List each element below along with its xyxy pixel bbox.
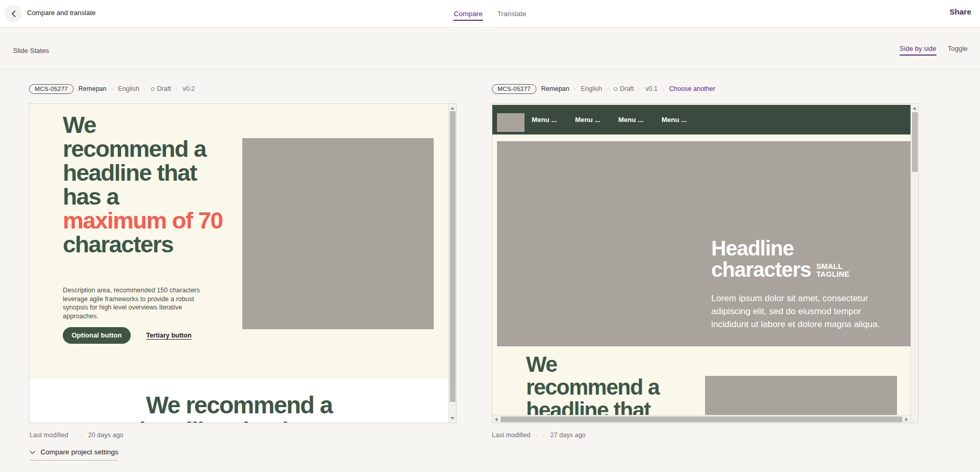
left-slide-meta: MCS-05277 Remepan · English · Draft · v0… bbox=[29, 83, 195, 95]
left-last-modified: Last modified · · 20 days ago bbox=[30, 431, 123, 439]
scroll-down-arrow-icon[interactable] bbox=[450, 417, 454, 420]
logo-placeholder bbox=[497, 113, 524, 132]
right-slide-hero-text: Headline charactersSMALLTAGLINE Lorem ip… bbox=[711, 238, 890, 331]
hero-tagline: SMALLTAGLINE bbox=[816, 263, 849, 278]
separator-dot: · bbox=[176, 85, 178, 92]
right-product-name: Remepan bbox=[541, 85, 569, 92]
left-slide-image-placeholder bbox=[242, 138, 434, 329]
right-slide-menu: Menu ... Menu ... Menu ... Menu ... bbox=[532, 105, 687, 134]
separator-dot: · bbox=[144, 85, 146, 92]
compare-settings-label: Compare project settings bbox=[40, 448, 118, 456]
next-headline-line3: headline that bbox=[526, 399, 687, 416]
headline-green-text-2: characters bbox=[63, 231, 173, 258]
menu-item[interactable]: Menu ... bbox=[661, 116, 686, 124]
separator-dot: · bbox=[574, 85, 576, 92]
headline-green-text: We recommend a headline that has a bbox=[63, 112, 206, 210]
separator-dot: · bbox=[662, 85, 665, 92]
right-version: v0.1 bbox=[645, 85, 658, 92]
scroll-right-arrow-icon[interactable] bbox=[905, 417, 908, 422]
scroll-up-arrow-icon[interactable] bbox=[450, 107, 454, 110]
separator-dot: · bbox=[639, 85, 641, 92]
next-headline-line1: We recommend a bbox=[30, 392, 449, 418]
left-status-label: Draft bbox=[157, 85, 171, 92]
draft-status-icon bbox=[151, 87, 155, 91]
left-status: Draft bbox=[151, 85, 171, 92]
left-slide-buttons: Optional button Tertiary button bbox=[63, 327, 191, 344]
share-button[interactable]: Share bbox=[949, 7, 971, 16]
right-slide-next-headline: We recommend a headline that bbox=[526, 353, 687, 416]
next-headline-line1: We bbox=[526, 353, 687, 376]
header-tabs: Compare Translate bbox=[0, 0, 980, 28]
last-modified-label: Last modified bbox=[492, 431, 530, 439]
right-slide-meta: MCS-05277 Remepan · English · Draft · v0… bbox=[492, 83, 715, 95]
right-slide-hero-image: Headline charactersSMALLTAGLINE Lorem ip… bbox=[497, 141, 912, 346]
separator-dot: · bbox=[73, 431, 75, 439]
right-last-modified: Last modified · · 27 days ago bbox=[492, 431, 586, 439]
right-slide-preview: Menu ... Menu ... Menu ... Menu ... Head… bbox=[492, 103, 919, 423]
right-hero-headline: Headline charactersSMALLTAGLINE bbox=[711, 238, 890, 280]
right-slide-navbar: Menu ... Menu ... Menu ... Menu ... bbox=[492, 105, 912, 134]
left-slide-next-headline: We recommend a headline that has a bbox=[30, 392, 449, 423]
view-mode-switch: Side by side Toggle bbox=[900, 45, 968, 56]
left-id-badge: MCS-05277 bbox=[29, 84, 74, 94]
hero-tagline-line2: TAGLINE bbox=[816, 270, 849, 278]
left-slide-hero-section: We recommend a headline that has a maxim… bbox=[30, 104, 449, 379]
right-slide-next-section: We recommend a headline that bbox=[492, 346, 912, 416]
separator-dot: · bbox=[535, 431, 537, 439]
choose-another-link[interactable]: Choose another bbox=[669, 85, 715, 92]
hero-headline-line1: Headline bbox=[711, 238, 890, 259]
left-slide-headline: We recommend a headline that has a maxim… bbox=[63, 113, 227, 257]
hero-tagline-line1: SMALL bbox=[816, 262, 843, 271]
toolbar: Slide States Side by side Toggle bbox=[0, 28, 980, 70]
right-language: English bbox=[581, 85, 602, 92]
view-mode-toggle[interactable]: Toggle bbox=[948, 45, 968, 56]
left-slide-description: Description area, recommended 150 charac… bbox=[63, 286, 207, 320]
left-slide-preview: We recommend a headline that has a maxim… bbox=[29, 103, 457, 423]
left-language: English bbox=[118, 85, 139, 92]
hero-headline-line2: characters bbox=[711, 258, 811, 281]
optional-button[interactable]: Optional button bbox=[63, 327, 131, 344]
right-hero-body: Lorem ipsum dolor sit amet, consectetur … bbox=[711, 292, 890, 331]
chevron-down-icon bbox=[30, 447, 35, 456]
next-headline-line2: recommend a bbox=[526, 376, 687, 399]
view-mode-side-by-side[interactable]: Side by side bbox=[900, 45, 936, 56]
right-hscroll-thumb[interactable] bbox=[501, 416, 902, 422]
headline-red-text: maximum of 70 bbox=[63, 207, 223, 234]
tab-compare[interactable]: Compare bbox=[453, 7, 484, 21]
hero-headline-line2-wrap: charactersSMALLTAGLINE bbox=[711, 259, 890, 280]
right-scroll-thumb[interactable] bbox=[912, 112, 918, 172]
left-product-name: Remepan bbox=[78, 85, 106, 92]
right-status: Draft bbox=[614, 85, 634, 92]
left-scroll-thumb[interactable] bbox=[450, 111, 456, 402]
menu-item[interactable]: Menu ... bbox=[618, 116, 643, 124]
next-headline-line2: headline that has a bbox=[30, 418, 449, 423]
compare-project-settings-toggle[interactable]: Compare project settings bbox=[30, 447, 118, 461]
left-version: v0.2 bbox=[183, 85, 195, 92]
toolbar-title: Slide States bbox=[13, 47, 49, 55]
separator-dot: · bbox=[606, 85, 609, 92]
right-slide-image-placeholder bbox=[705, 376, 897, 416]
menu-item[interactable]: Menu ... bbox=[575, 116, 600, 124]
last-modified-value: 27 days ago bbox=[550, 431, 586, 439]
last-modified-label: Last modified bbox=[30, 431, 68, 439]
right-id-badge: MCS-05277 bbox=[492, 84, 536, 94]
left-slide-next-section: We recommend a headline that has a bbox=[30, 379, 449, 423]
left-vertical-scrollbar[interactable] bbox=[448, 104, 456, 423]
separator-dot: · bbox=[81, 431, 83, 439]
right-status-label: Draft bbox=[620, 85, 634, 92]
right-vertical-scrollbar[interactable] bbox=[910, 104, 918, 423]
tab-translate[interactable]: Translate bbox=[496, 7, 527, 21]
separator-dot: · bbox=[543, 431, 545, 439]
tertiary-button[interactable]: Tertiary button bbox=[146, 332, 191, 339]
scroll-up-arrow-icon[interactable] bbox=[913, 107, 917, 110]
menu-item[interactable]: Menu ... bbox=[532, 116, 557, 124]
app-header: Compare and translate Compare Translate … bbox=[0, 0, 980, 28]
draft-status-icon bbox=[614, 87, 617, 91]
scroll-left-arrow-icon[interactable] bbox=[495, 417, 498, 422]
separator-dot: · bbox=[111, 85, 113, 92]
right-horizontal-scrollbar[interactable] bbox=[492, 415, 910, 423]
last-modified-value: 20 days ago bbox=[88, 431, 123, 439]
